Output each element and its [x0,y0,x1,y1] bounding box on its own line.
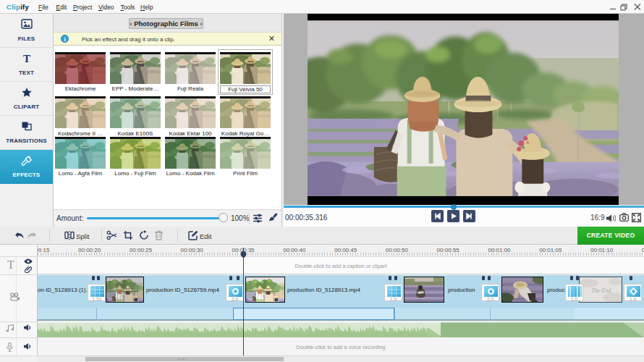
svg-text:The End: The End [592,287,612,294]
svg-text:T: T [22,53,30,64]
